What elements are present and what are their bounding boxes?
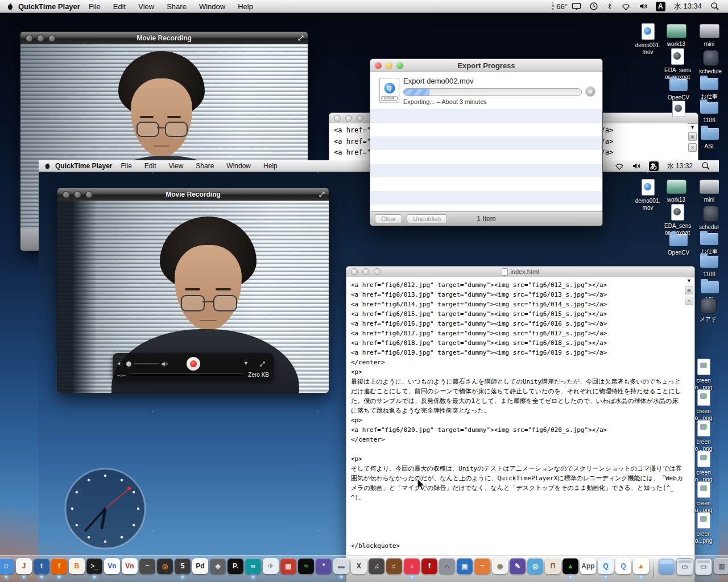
dock-item-minimized-window-quicktime[interactable]: ▭ [695, 558, 712, 575]
dock-item-itunes[interactable]: ♪ [404, 558, 420, 574]
desktop-icon-oshigoto[interactable]: お仕事 [696, 74, 722, 100]
menu-item[interactable]: View [169, 162, 184, 170]
dock-item-keynote[interactable]: Π [545, 558, 561, 574]
dock-item-thunderbird[interactable]: t [34, 558, 49, 574]
dock-item-red-kit-app[interactable]: ▦ [280, 558, 296, 574]
collapse-icon[interactable]: ▼ [690, 125, 695, 130]
dock-item-quartz-composer[interactable]: ◆ [210, 558, 226, 574]
clear-button[interactable]: Clear [375, 214, 402, 223]
dock-item-trash[interactable]: ▥ [714, 558, 728, 574]
menu-item[interactable]: Window [226, 162, 251, 170]
inner-desktop-icon-screenshot-png-6[interactable]: creen o...png [690, 512, 717, 544]
dock-item-quicktime-x[interactable]: Q [598, 558, 614, 574]
collapse-icon[interactable]: ▼ [686, 278, 692, 284]
close-button[interactable] [351, 268, 358, 275]
volume-icon[interactable] [635, 0, 652, 13]
zoom-button[interactable] [374, 268, 380, 275]
inner-desktop-icon-demo001-mov[interactable]: demo001. mov [635, 178, 661, 211]
close-box-icon[interactable]: ✕ [688, 143, 697, 152]
inner-desktop-icon-meado[interactable]: メアド [695, 297, 719, 323]
menu-item[interactable]: Help [263, 162, 278, 170]
menu-item[interactable]: Share [167, 2, 187, 11]
desktop-icon-asl[interactable]: ASL [697, 124, 723, 150]
dock-item-vnc-blue[interactable]: Vn [104, 558, 120, 574]
time-machine-icon[interactable] [585, 0, 602, 13]
inner-desktop-icon-screenshot-png-3[interactable]: creen o...png [690, 419, 717, 452]
menu-clock[interactable]: 水 13:32 [663, 161, 697, 171]
app-menu-title[interactable]: QuickTime Player [18, 2, 80, 11]
badge-icon[interactable]: ▣ [685, 286, 693, 294]
badge-icon[interactable]: ▣ [688, 132, 697, 141]
menu-item[interactable]: Share [196, 162, 214, 170]
inner-desktop-icon-screenshot-png-2[interactable]: creen o...png [690, 389, 717, 421]
dock-item-midi-setup[interactable]: ♫ [369, 558, 384, 574]
bluetooth-icon[interactable] [602, 0, 617, 13]
dock-item-arduino[interactable]: ∞ [245, 558, 261, 574]
chevron-down-icon[interactable]: ▼ [243, 360, 249, 366]
dock-item-divider[interactable] [653, 558, 654, 577]
input-method-icon[interactable]: A [652, 0, 669, 13]
volume-slider-knob[interactable] [126, 361, 131, 367]
close-box-icon[interactable]: ✕ [685, 297, 693, 305]
inner-desktop-icon-screenshot-png-1[interactable]: creen o...png [690, 358, 717, 390]
dock-item-pure-data[interactable]: Pd [192, 558, 208, 574]
cancel-export-button[interactable]: ✕ [585, 86, 595, 97]
inner-desktop-icon-mini[interactable]: mini [696, 177, 719, 203]
dock-item-flash[interactable]: f [421, 558, 437, 574]
inner-desktop-icon-opencv[interactable]: OpenCV [665, 230, 692, 256]
dock-item-text-editor[interactable]: J [16, 558, 32, 574]
wifi-icon[interactable] [617, 0, 635, 13]
dock-item-finder[interactable]: ☺ [0, 558, 14, 574]
volume-icon[interactable] [628, 160, 645, 172]
dock-item-bird-app[interactable]: ✈ [263, 558, 279, 574]
dock-item-quicktime-7[interactable]: Q [615, 558, 631, 574]
dock-item-garageband[interactable]: ♬ [386, 558, 402, 574]
dock-item-letter-b-app[interactable]: B [69, 558, 85, 574]
menu-item[interactable]: File [121, 162, 132, 170]
resize-icon[interactable] [318, 191, 325, 198]
spotlight-icon[interactable] [697, 160, 714, 172]
display-icon[interactable] [568, 0, 585, 13]
code-editor[interactable]: <a href="fig6/012.jpg" target="dummy"><i… [346, 277, 684, 582]
dock-item-blue-tile-app[interactable]: ◎ [527, 558, 543, 574]
menu-item[interactable]: Help [238, 2, 253, 11]
dock-item-imovie[interactable]: ▣ [457, 558, 473, 574]
desktop-icon-maxpat-untitled[interactable] [665, 100, 692, 119]
dock-item-iphoto[interactable]: ◉ [492, 558, 508, 574]
dock-item-terminal[interactable]: >_ [86, 558, 102, 574]
movie-window-title-bar[interactable]: Movie Recording [20, 32, 308, 44]
menu-item[interactable]: Edit [144, 162, 156, 170]
dock-item-processing[interactable]: P. [228, 558, 243, 574]
menu-item[interactable]: File [89, 2, 101, 11]
dock-item-tail-app[interactable]: ~ [474, 558, 490, 574]
movie-window-title-bar[interactable]: Movie Recording [57, 188, 329, 201]
spotlight-icon[interactable] [706, 0, 723, 13]
desktop-icon-opencv[interactable]: OpenCV [665, 75, 692, 101]
app-menu-title[interactable]: QuickTime Player [55, 162, 113, 170]
dock-item-max5[interactable]: 5 [175, 558, 191, 574]
dock-item-headphones-app[interactable]: ∩ [439, 558, 455, 574]
apple-menu-icon[interactable] [6, 2, 15, 11]
dock-item-wand-app[interactable]: * [316, 558, 332, 574]
apple-menu-icon[interactable] [43, 161, 52, 171]
desktop-icon-1106[interactable]: 1106 [696, 98, 722, 124]
menu-item[interactable]: View [138, 2, 154, 11]
fullscreen-icon[interactable] [259, 361, 266, 367]
dock-item-documents-folder[interactable] [659, 558, 675, 574]
inner-desktop-icon-screenshot-png-5[interactable]: creen o...png [690, 481, 717, 513]
inner-desktop-icon-screenshot-png-4[interactable]: creen o...png [690, 450, 717, 483]
menu-item[interactable]: Window [199, 2, 225, 11]
input-method-icon[interactable]: あ [645, 160, 663, 172]
volume-slider-track[interactable] [134, 363, 159, 364]
record-button[interactable] [187, 357, 200, 371]
menu-item[interactable]: Edit [113, 2, 126, 11]
minimize-button[interactable] [362, 268, 369, 275]
dock-item-spectrum-app[interactable]: ▲ [562, 558, 578, 574]
export-title-bar[interactable]: Export Progress [370, 59, 602, 72]
dock-item-firefox[interactable]: f [51, 558, 67, 574]
desktop-icon-schedule[interactable]: schedule [697, 49, 723, 75]
temperature-value[interactable]: 66° [556, 2, 568, 11]
menu-clock[interactable]: 水 13:34 [669, 1, 706, 11]
dock-item-vlc[interactable]: ▲ [633, 558, 649, 574]
minimize-button[interactable] [345, 115, 352, 122]
